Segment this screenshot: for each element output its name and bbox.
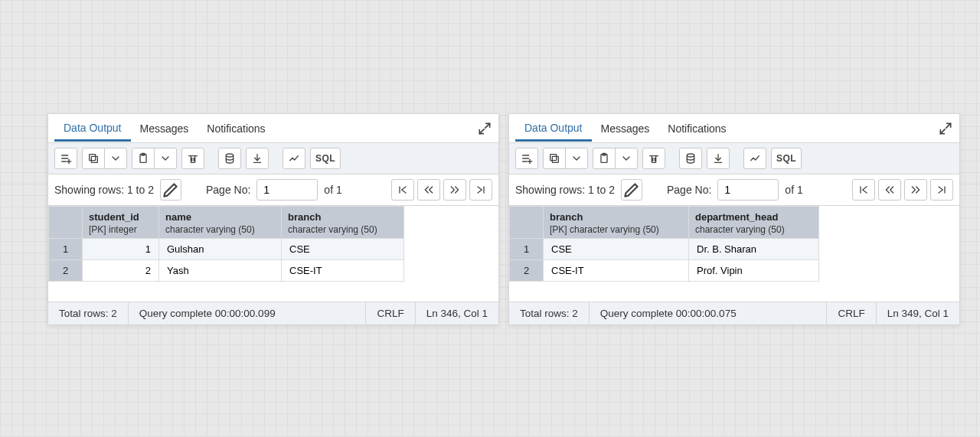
last-page-button[interactable] (469, 179, 492, 201)
status-bar: Total rows: 2Query complete 00:00:00.099… (48, 302, 498, 324)
sql-button[interactable]: SQL (771, 148, 802, 169)
cell[interactable]: Gulshan (159, 239, 282, 260)
page-no-input[interactable] (717, 179, 779, 201)
column-name: student_id (89, 211, 139, 223)
cell[interactable]: CSE-IT (544, 260, 689, 282)
cell[interactable]: 1 (83, 239, 159, 260)
query-result-panel: Data OutputMessagesNotificationsSQLShowi… (47, 113, 499, 325)
showing-rows-text: Showing rows: 1 to 2 (54, 184, 154, 196)
cell[interactable]: CSE-IT (282, 260, 404, 282)
svg-rect-25 (552, 156, 558, 162)
svg-line-0 (485, 123, 490, 128)
expand-icon[interactable] (938, 121, 953, 136)
status-eol: CRLF (827, 302, 876, 324)
column-header-branch[interactable]: branch[PK] character varying (50) (544, 207, 689, 239)
column-name: branch (550, 211, 583, 223)
save-data-button[interactable] (679, 148, 702, 169)
cell[interactable]: 2 (83, 260, 159, 282)
row-number: 2 (49, 260, 83, 282)
table-row[interactable]: 1CSEDr. B. Sharan (510, 239, 819, 260)
last-page-button[interactable] (930, 179, 953, 201)
edit-rows-button[interactable] (621, 179, 642, 201)
cell[interactable]: CSE (282, 239, 404, 260)
add-row-button[interactable] (515, 148, 538, 169)
edit-rows-button[interactable] (160, 179, 181, 201)
result-grid[interactable]: student_id[PK] integernamecharacter vary… (48, 206, 498, 302)
copy-button[interactable] (82, 148, 105, 169)
pager-row: Showing rows: 1 to 2Page No:of 1 (48, 174, 498, 206)
cell[interactable]: Prof. Vipin (689, 260, 819, 282)
column-type: [PK] character varying (50) (550, 224, 682, 235)
next-page-button[interactable] (904, 179, 927, 201)
column-header-student_id[interactable]: student_id[PK] integer (83, 207, 159, 239)
svg-rect-7 (91, 156, 97, 162)
svg-line-19 (940, 129, 945, 133)
prev-page-button[interactable] (417, 179, 440, 201)
column-header-name[interactable]: namecharacter varying (50) (159, 207, 282, 239)
svg-rect-26 (550, 155, 557, 161)
first-page-button[interactable] (852, 179, 875, 201)
column-type: character varying (50) (165, 224, 275, 235)
svg-line-1 (479, 129, 484, 133)
status-cursor: Ln 349, Col 1 (877, 302, 959, 324)
column-name: branch (288, 211, 321, 223)
column-type: character varying (50) (288, 224, 397, 235)
tab-messages[interactable]: Messages (592, 116, 659, 140)
copy-button[interactable] (543, 148, 566, 169)
first-page-button[interactable] (391, 179, 414, 201)
table-row[interactable]: 2CSE-ITProf. Vipin (510, 260, 819, 282)
svg-line-18 (946, 123, 951, 128)
cell[interactable]: CSE (544, 239, 689, 260)
column-header-branch[interactable]: branchcharacter varying (50) (282, 207, 404, 239)
paste-dropdown[interactable] (615, 148, 638, 169)
delete-button[interactable] (181, 148, 204, 169)
paste-dropdown[interactable] (154, 148, 177, 169)
svg-point-13 (226, 154, 233, 157)
prev-page-button[interactable] (878, 179, 901, 201)
table-row[interactable]: 11GulshanCSE (49, 239, 404, 260)
column-header-department_head[interactable]: department_headcharacter varying (50) (689, 207, 819, 239)
tabs-bar: Data OutputMessagesNotifications (509, 114, 959, 143)
cell[interactable]: Dr. B. Sharan (689, 239, 819, 260)
column-type: [PK] integer (89, 224, 152, 235)
cell[interactable]: Yash (159, 260, 282, 282)
result-grid[interactable]: branch[PK] character varying (50)departm… (509, 206, 959, 302)
expand-icon[interactable] (477, 121, 492, 136)
column-name: department_head (695, 211, 778, 223)
sql-button[interactable]: SQL (310, 148, 341, 169)
download-button[interactable] (246, 148, 269, 169)
tab-data-output[interactable]: Data Output (515, 116, 592, 142)
tab-messages[interactable]: Messages (131, 116, 198, 140)
page-no-label: Page No: (206, 184, 250, 196)
status-eol: CRLF (366, 302, 415, 324)
grid-corner (510, 207, 544, 239)
page-of-text: of 1 (324, 184, 341, 196)
save-data-button[interactable] (218, 148, 241, 169)
pager-nav (391, 179, 492, 201)
toolbar: SQL (509, 143, 959, 174)
row-number: 1 (49, 239, 83, 260)
status-total-rows: Total rows: 2 (48, 302, 129, 324)
query-result-panel: Data OutputMessagesNotificationsSQLShowi… (508, 113, 960, 325)
chart-button[interactable] (283, 148, 305, 169)
tab-notifications[interactable]: Notifications (658, 116, 735, 140)
page-of-text: of 1 (785, 184, 802, 196)
table-row[interactable]: 22YashCSE-IT (49, 260, 404, 282)
copy-dropdown[interactable] (104, 148, 127, 169)
status-query-time: Query complete 00:00:00.075 (590, 302, 828, 324)
tab-data-output[interactable]: Data Output (54, 116, 131, 142)
next-page-button[interactable] (443, 179, 466, 201)
tab-notifications[interactable]: Notifications (198, 116, 274, 140)
row-number: 1 (510, 239, 544, 260)
pager-nav (852, 179, 953, 201)
status-total-rows: Total rows: 2 (509, 302, 590, 324)
add-row-button[interactable] (54, 148, 77, 169)
chart-button[interactable] (743, 148, 766, 169)
paste-button[interactable] (593, 148, 616, 169)
delete-button[interactable] (642, 148, 665, 169)
copy-dropdown[interactable] (565, 148, 588, 169)
column-type: character varying (50) (695, 224, 812, 235)
page-no-input[interactable] (256, 179, 318, 201)
paste-button[interactable] (132, 148, 155, 169)
download-button[interactable] (707, 148, 730, 169)
